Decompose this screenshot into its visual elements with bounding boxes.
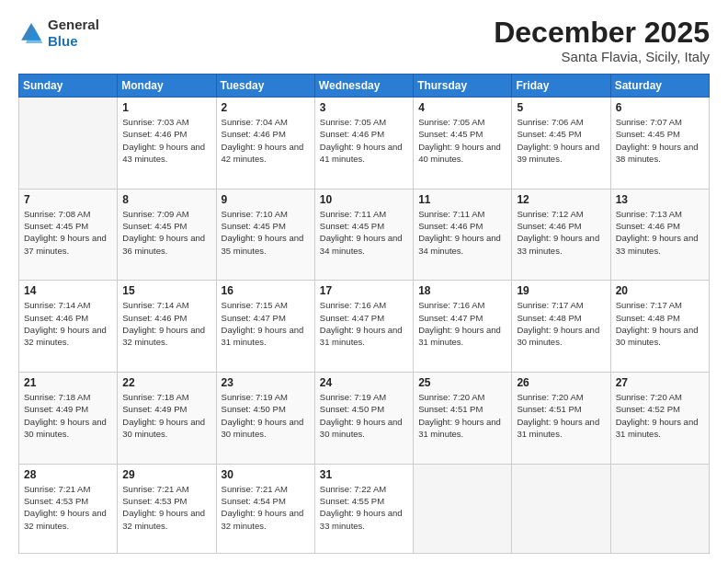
day-number: 1	[122, 101, 210, 114]
day-info: Sunrise: 7:14 AMSunset: 4:46 PMDaylight:…	[122, 299, 210, 348]
calendar-cell: 13Sunrise: 7:13 AMSunset: 4:46 PMDayligh…	[610, 189, 709, 281]
day-number: 10	[320, 193, 408, 206]
day-number: 4	[418, 101, 506, 114]
calendar-cell: 30Sunrise: 7:21 AMSunset: 4:54 PMDayligh…	[216, 464, 314, 553]
logo-blue-text: Blue	[48, 33, 78, 49]
day-info: Sunrise: 7:11 AMSunset: 4:45 PMDaylight:…	[320, 208, 408, 257]
calendar-cell: 20Sunrise: 7:17 AMSunset: 4:48 PMDayligh…	[610, 281, 709, 373]
day-number: 20	[616, 284, 704, 297]
day-info: Sunrise: 7:12 AMSunset: 4:46 PMDaylight:…	[517, 208, 605, 257]
day-info: Sunrise: 7:06 AMSunset: 4:45 PMDaylight:…	[517, 116, 605, 165]
day-number: 15	[122, 284, 210, 297]
calendar-cell: 12Sunrise: 7:12 AMSunset: 4:46 PMDayligh…	[512, 189, 610, 281]
calendar-week-row: 1Sunrise: 7:03 AMSunset: 4:46 PMDaylight…	[19, 98, 710, 190]
calendar-cell: 4Sunrise: 7:05 AMSunset: 4:45 PMDaylight…	[414, 98, 512, 190]
calendar-cell: 27Sunrise: 7:20 AMSunset: 4:52 PMDayligh…	[610, 373, 709, 465]
calendar-cell: 16Sunrise: 7:15 AMSunset: 4:47 PMDayligh…	[216, 281, 314, 373]
day-number: 11	[418, 193, 506, 206]
weekday-header-row: SundayMondayTuesdayWednesdayThursdayFrid…	[19, 75, 710, 98]
calendar-week-row: 14Sunrise: 7:14 AMSunset: 4:46 PMDayligh…	[19, 281, 710, 373]
calendar-cell: 19Sunrise: 7:17 AMSunset: 4:48 PMDayligh…	[512, 281, 610, 373]
weekday-header-wednesday: Wednesday	[314, 75, 413, 98]
weekday-header-thursday: Thursday	[414, 75, 512, 98]
day-number: 29	[122, 468, 210, 481]
header: General Blue December 2025 Santa Flavia,…	[18, 17, 710, 64]
day-info: Sunrise: 7:21 AMSunset: 4:54 PMDaylight:…	[222, 483, 310, 532]
logo-general-text: General	[48, 17, 99, 32]
calendar-cell: 31Sunrise: 7:22 AMSunset: 4:55 PMDayligh…	[314, 464, 413, 553]
calendar-cell: 29Sunrise: 7:21 AMSunset: 4:53 PMDayligh…	[118, 464, 216, 553]
calendar-cell: 3Sunrise: 7:05 AMSunset: 4:46 PMDaylight…	[314, 98, 413, 190]
weekday-header-friday: Friday	[512, 75, 610, 98]
calendar-cell: 28Sunrise: 7:21 AMSunset: 4:53 PMDayligh…	[19, 464, 118, 553]
day-number: 30	[222, 468, 310, 481]
day-info: Sunrise: 7:13 AMSunset: 4:46 PMDaylight:…	[616, 208, 704, 257]
month-title: December 2025	[494, 17, 710, 49]
day-info: Sunrise: 7:19 AMSunset: 4:50 PMDaylight:…	[222, 391, 310, 440]
day-number: 26	[517, 376, 605, 389]
weekday-header-sunday: Sunday	[19, 75, 118, 98]
day-number: 27	[616, 376, 704, 389]
day-info: Sunrise: 7:18 AMSunset: 4:49 PMDaylight:…	[122, 391, 210, 440]
day-number: 18	[418, 284, 506, 297]
day-info: Sunrise: 7:10 AMSunset: 4:45 PMDaylight:…	[222, 208, 310, 257]
calendar-week-row: 21Sunrise: 7:18 AMSunset: 4:49 PMDayligh…	[19, 373, 710, 465]
weekday-header-tuesday: Tuesday	[216, 75, 314, 98]
day-info: Sunrise: 7:16 AMSunset: 4:47 PMDaylight:…	[320, 299, 408, 348]
calendar-cell: 8Sunrise: 7:09 AMSunset: 4:45 PMDaylight…	[118, 189, 216, 281]
day-info: Sunrise: 7:20 AMSunset: 4:51 PMDaylight:…	[517, 391, 605, 440]
day-info: Sunrise: 7:20 AMSunset: 4:51 PMDaylight:…	[418, 391, 506, 440]
calendar-cell	[414, 464, 512, 553]
calendar-cell: 23Sunrise: 7:19 AMSunset: 4:50 PMDayligh…	[216, 373, 314, 465]
day-info: Sunrise: 7:07 AMSunset: 4:45 PMDaylight:…	[616, 116, 704, 165]
calendar-cell: 24Sunrise: 7:19 AMSunset: 4:50 PMDayligh…	[314, 373, 413, 465]
calendar-cell: 1Sunrise: 7:03 AMSunset: 4:46 PMDaylight…	[118, 98, 216, 190]
day-number: 19	[517, 284, 605, 297]
calendar-cell: 18Sunrise: 7:16 AMSunset: 4:47 PMDayligh…	[414, 281, 512, 373]
day-number: 13	[616, 193, 704, 206]
day-number: 21	[24, 376, 112, 389]
day-info: Sunrise: 7:14 AMSunset: 4:46 PMDaylight:…	[24, 299, 112, 348]
day-info: Sunrise: 7:09 AMSunset: 4:45 PMDaylight:…	[122, 208, 210, 257]
calendar-cell: 11Sunrise: 7:11 AMSunset: 4:46 PMDayligh…	[414, 189, 512, 281]
day-number: 7	[24, 193, 112, 206]
calendar-cell: 15Sunrise: 7:14 AMSunset: 4:46 PMDayligh…	[118, 281, 216, 373]
calendar-cell: 2Sunrise: 7:04 AMSunset: 4:46 PMDaylight…	[216, 98, 314, 190]
day-number: 14	[24, 284, 112, 297]
logo: General Blue	[18, 17, 99, 50]
calendar-cell: 10Sunrise: 7:11 AMSunset: 4:45 PMDayligh…	[314, 189, 413, 281]
day-number: 8	[122, 193, 210, 206]
day-info: Sunrise: 7:08 AMSunset: 4:45 PMDaylight:…	[24, 208, 112, 257]
day-number: 5	[517, 101, 605, 114]
day-info: Sunrise: 7:18 AMSunset: 4:49 PMDaylight:…	[24, 391, 112, 440]
day-info: Sunrise: 7:03 AMSunset: 4:46 PMDaylight:…	[122, 116, 210, 165]
day-number: 12	[517, 193, 605, 206]
calendar-cell: 14Sunrise: 7:14 AMSunset: 4:46 PMDayligh…	[19, 281, 118, 373]
day-number: 23	[222, 376, 310, 389]
day-number: 22	[122, 376, 210, 389]
day-info: Sunrise: 7:19 AMSunset: 4:50 PMDaylight:…	[320, 391, 408, 440]
day-info: Sunrise: 7:05 AMSunset: 4:46 PMDaylight:…	[320, 116, 408, 165]
day-info: Sunrise: 7:21 AMSunset: 4:53 PMDaylight:…	[122, 483, 210, 532]
logo-icon	[18, 20, 44, 46]
day-number: 2	[222, 101, 310, 114]
day-number: 24	[320, 376, 408, 389]
day-number: 6	[616, 101, 704, 114]
calendar-cell	[512, 464, 610, 553]
weekday-header-monday: Monday	[118, 75, 216, 98]
title-block: December 2025 Santa Flavia, Sicily, Ital…	[494, 17, 710, 64]
calendar-cell: 25Sunrise: 7:20 AMSunset: 4:51 PMDayligh…	[414, 373, 512, 465]
day-info: Sunrise: 7:15 AMSunset: 4:47 PMDaylight:…	[222, 299, 310, 348]
calendar-cell: 17Sunrise: 7:16 AMSunset: 4:47 PMDayligh…	[314, 281, 413, 373]
day-number: 31	[320, 468, 408, 481]
day-info: Sunrise: 7:17 AMSunset: 4:48 PMDaylight:…	[517, 299, 605, 348]
day-info: Sunrise: 7:05 AMSunset: 4:45 PMDaylight:…	[418, 116, 506, 165]
calendar-table: SundayMondayTuesdayWednesdayThursdayFrid…	[18, 74, 710, 554]
day-info: Sunrise: 7:16 AMSunset: 4:47 PMDaylight:…	[418, 299, 506, 348]
day-number: 28	[24, 468, 112, 481]
calendar-cell: 7Sunrise: 7:08 AMSunset: 4:45 PMDaylight…	[19, 189, 118, 281]
day-number: 16	[222, 284, 310, 297]
day-info: Sunrise: 7:20 AMSunset: 4:52 PMDaylight:…	[616, 391, 704, 440]
day-info: Sunrise: 7:17 AMSunset: 4:48 PMDaylight:…	[616, 299, 704, 348]
day-info: Sunrise: 7:21 AMSunset: 4:53 PMDaylight:…	[24, 483, 112, 532]
